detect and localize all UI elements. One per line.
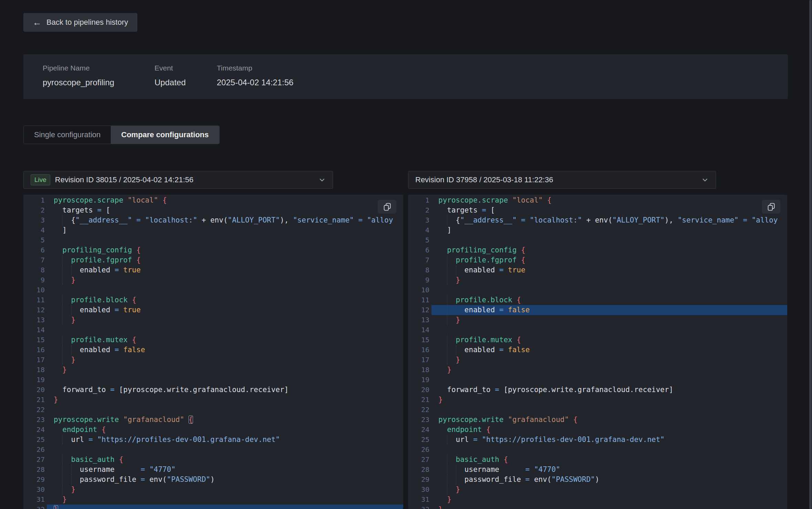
code-line[interactable]: 28username = "4770": [408, 465, 787, 475]
arrow-left-icon: ←: [33, 18, 42, 27]
code-line[interactable]: 16enabled = false: [408, 345, 787, 355]
back-to-pipelines-button[interactable]: ← Back to pipelines history: [23, 13, 137, 32]
copy-icon: [767, 202, 776, 212]
code-text: [431, 405, 787, 415]
code-line[interactable]: 2targets = [: [23, 205, 403, 215]
code-line[interactable]: 31}: [408, 495, 787, 505]
pipeline-name-field: Pipeline Name pyroscope_profiling: [43, 64, 154, 99]
code-line[interactable]: 7profile.fgprof {: [408, 255, 787, 265]
code-editor-left[interactable]: 1pyroscope.scrape "local" {2targets = [3…: [23, 195, 403, 509]
code-line[interactable]: 5: [23, 235, 403, 245]
tab-compare-configurations[interactable]: Compare configurations: [111, 126, 219, 144]
code-text: url = "https://profiles-dev-001.grafana-…: [431, 435, 787, 445]
code-line[interactable]: 17}: [23, 355, 403, 365]
copy-button[interactable]: [762, 200, 780, 214]
revision-selector-right[interactable]: Revision ID 37958 / 2025-03-18 11:22:36: [408, 171, 716, 189]
code-text: [47, 405, 403, 415]
code-line[interactable]: 30}: [408, 485, 787, 495]
code-line[interactable]: 23pyroscope.write "grafanacloud" {: [408, 415, 787, 425]
code-line[interactable]: 10: [408, 285, 787, 295]
line-number: 26: [23, 445, 47, 455]
line-number: 23: [23, 415, 47, 425]
code-line[interactable]: 29password_file = env("PASSWORD"): [23, 475, 403, 485]
code-line[interactable]: 15profile.mutex {: [23, 335, 403, 345]
code-line[interactable]: 14: [408, 325, 787, 335]
code-text: }: [47, 495, 403, 505]
code-line[interactable]: 26: [408, 445, 787, 455]
line-number: 10: [408, 285, 431, 295]
code-line[interactable]: 18}: [408, 365, 787, 375]
line-number: 24: [23, 425, 47, 435]
code-line[interactable]: 4]: [23, 225, 403, 235]
copy-button[interactable]: [378, 200, 396, 214]
code-line[interactable]: 26: [23, 445, 403, 455]
code-line[interactable]: 16enabled = false: [23, 345, 403, 355]
revision-selector-left[interactable]: Live Revision ID 38015 / 2025-04-02 14:2…: [23, 171, 333, 189]
code-line[interactable]: 1pyroscope.scrape "local" {: [408, 195, 787, 205]
code-line[interactable]: 32}: [408, 505, 787, 509]
page-scrollbar[interactable]: [809, 0, 812, 509]
code-line[interactable]: 10: [23, 285, 403, 295]
code-line[interactable]: 15profile.mutex {: [408, 335, 787, 345]
code-line[interactable]: 29password_file = env("PASSWORD"): [408, 475, 787, 485]
code-line[interactable]: 11profile.block {: [408, 295, 787, 305]
code-line[interactable]: 25url = "https://profiles-dev-001.grafan…: [23, 435, 403, 445]
code-line[interactable]: 19: [23, 375, 403, 385]
code-line[interactable]: 32}: [23, 505, 403, 509]
code-line[interactable]: 24endpoint {: [23, 425, 403, 435]
line-number: 18: [408, 365, 431, 375]
copy-icon: [383, 202, 392, 212]
code-line[interactable]: 6profiling_config {: [23, 245, 403, 255]
code-lines-right: 1pyroscope.scrape "local" {2targets = [3…: [408, 195, 787, 509]
code-text: enabled = false: [47, 345, 403, 355]
code-line[interactable]: 9}: [23, 275, 403, 285]
line-number: 19: [23, 375, 47, 385]
code-lines-left: 1pyroscope.scrape "local" {2targets = [3…: [23, 195, 403, 509]
code-line[interactable]: 20forward_to = [pyroscope.write.grafanac…: [23, 385, 403, 395]
code-line[interactable]: 12enabled = false: [408, 305, 787, 315]
code-line[interactable]: 7profile.fgprof {: [23, 255, 403, 265]
code-line[interactable]: 21}: [23, 395, 403, 405]
code-line[interactable]: 18}: [23, 365, 403, 375]
code-line[interactable]: 19: [408, 375, 787, 385]
line-number: 28: [23, 465, 47, 475]
code-line[interactable]: 30}: [23, 485, 403, 495]
code-line[interactable]: 17}: [408, 355, 787, 365]
code-text: }: [431, 495, 787, 505]
code-line[interactable]: 1pyroscope.scrape "local" {: [23, 195, 403, 205]
revision-selector-right-label: Revision ID 37958 / 2025-03-18 11:22:36: [415, 175, 553, 184]
code-text: }: [431, 275, 787, 285]
code-line[interactable]: 21}: [408, 395, 787, 405]
line-number: 20: [408, 385, 431, 395]
code-line[interactable]: 27basic_auth {: [23, 455, 403, 465]
code-line[interactable]: 20forward_to = [pyroscope.write.grafanac…: [408, 385, 787, 395]
code-line[interactable]: 13}: [23, 315, 403, 325]
code-line[interactable]: 5: [408, 235, 787, 245]
code-line[interactable]: 31}: [23, 495, 403, 505]
code-line[interactable]: 13}: [408, 315, 787, 325]
code-line[interactable]: 22: [408, 405, 787, 415]
code-line[interactable]: 23pyroscope.write "grafanacloud" {: [23, 415, 403, 425]
code-line[interactable]: 11profile.block {: [23, 295, 403, 305]
code-line[interactable]: 3{"__address__" = "localhost:" + env("AL…: [408, 215, 787, 225]
line-number: 29: [23, 475, 47, 485]
code-line[interactable]: 8enabled = true: [23, 265, 403, 275]
pipeline-info-panel: Pipeline Name pyroscope_profiling Event …: [23, 54, 788, 99]
code-line[interactable]: 4]: [408, 225, 787, 235]
code-line[interactable]: 27basic_auth {: [408, 455, 787, 465]
code-line[interactable]: 3{"__address__" = "localhost:" + env("AL…: [23, 215, 403, 225]
code-line[interactable]: 25url = "https://profiles-dev-001.grafan…: [408, 435, 787, 445]
line-number: 6: [408, 245, 431, 255]
code-line[interactable]: 12enabled = true: [23, 305, 403, 315]
code-line[interactable]: 2targets = [: [408, 205, 787, 215]
code-line[interactable]: 14: [23, 325, 403, 335]
code-line[interactable]: 6profiling_config {: [408, 245, 787, 255]
tab-single-configuration[interactable]: Single configuration: [24, 126, 111, 144]
code-editor-right[interactable]: 1pyroscope.scrape "local" {2targets = [3…: [408, 195, 787, 509]
code-line[interactable]: 28username = "4770": [23, 465, 403, 475]
code-line[interactable]: 22: [23, 405, 403, 415]
code-line[interactable]: 24endpoint {: [408, 425, 787, 435]
code-text: }: [47, 395, 403, 405]
code-line[interactable]: 8enabled = true: [408, 265, 787, 275]
code-line[interactable]: 9}: [408, 275, 787, 285]
